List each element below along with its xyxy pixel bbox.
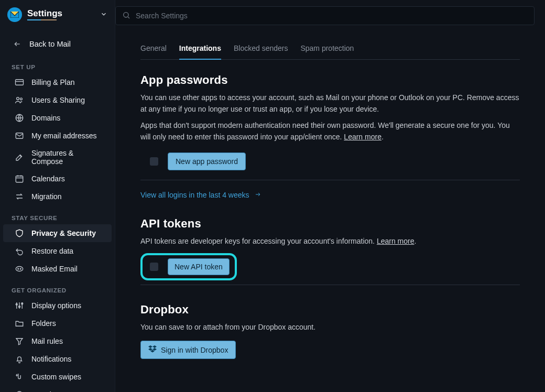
mask-icon [15, 264, 24, 274]
card-icon [15, 78, 24, 87]
tabs: General Integrations Blocked senders Spa… [140, 39, 520, 60]
sidebar-item-signatures[interactable]: Signatures & Compose [3, 145, 112, 170]
sidebar-item-label: Users & Sharing [31, 96, 85, 104]
sidebar-item-notifications[interactable]: Notifications [3, 350, 112, 368]
sidebar-item-display[interactable]: Display options [3, 297, 112, 314]
search-wrap[interactable] [115, 6, 535, 25]
sidebar-item-label: Calendars [31, 175, 65, 183]
sidebar-item-label: My email addresses [31, 132, 97, 140]
sidebar-item-restore[interactable]: Restore data [3, 242, 112, 260]
app-logo-icon [7, 7, 22, 22]
sign-in-dropbox-button[interactable]: Sign in with Dropbox [140, 341, 236, 359]
select-all-checkbox-api[interactable] [150, 263, 158, 271]
app-passwords-desc-2: Apps that don't support modern authentic… [140, 120, 520, 143]
main-content: General Integrations Blocked senders Spa… [115, 0, 545, 392]
api-token-action-wrap: New API token [140, 253, 520, 280]
mail-icon [15, 131, 24, 140]
sidebar-item-privacy[interactable]: Privacy & Security [3, 224, 112, 242]
section-title-api-tokens: API tokens [140, 217, 520, 231]
sidebar-item-label: Domains [31, 114, 60, 122]
tab-general[interactable]: General [140, 39, 167, 59]
sidebar: Settings Back to Mail SET UP Billing & P… [0, 0, 115, 392]
filter-icon [15, 336, 24, 346]
folder-icon [15, 319, 24, 328]
section-label-organized: GET ORGANIZED [0, 283, 115, 297]
api-tokens-desc: API tokens are developer keys for access… [140, 236, 520, 247]
chevron-down-icon[interactable] [100, 10, 107, 19]
learn-more-link-api[interactable]: Learn more [377, 237, 415, 245]
undo-icon [15, 246, 24, 256]
sidebar-item-calendars[interactable]: Calendars [3, 170, 112, 188]
sidebar-item-migration[interactable]: Migration [3, 188, 112, 205]
brand-underline [27, 19, 57, 20]
sidebar-item-label: Masked Email [31, 265, 78, 273]
svg-point-12 [18, 268, 19, 269]
bell-icon [15, 354, 24, 364]
users-icon [15, 95, 24, 105]
sliders-icon [15, 301, 24, 310]
sidebar-item-users[interactable]: Users & Sharing [3, 91, 112, 109]
svg-rect-7 [16, 176, 23, 182]
page-title: Settings [27, 9, 62, 19]
section-title-app-passwords: App passwords [140, 73, 520, 87]
app-passwords-desc-2-text: Apps that don't support modern authentic… [140, 121, 510, 141]
sidebar-item-label: Custom swipes [31, 373, 81, 381]
sidebar-item-label: Mail rules [31, 337, 63, 345]
compose-icon [15, 153, 24, 162]
sidebar-item-label: Billing & Plan [31, 78, 75, 86]
sidebar-item-label: Folders [31, 319, 56, 328]
sidebar-item-addresses[interactable]: My email addresses [3, 127, 112, 145]
sidebar-item-domains[interactable]: Domains [3, 109, 112, 127]
section-label-secure: STAY SECURE [0, 211, 115, 224]
sidebar-item-label: Notifications [31, 355, 71, 363]
sidebar-item-masked[interactable]: Masked Email [3, 260, 112, 278]
dropbox-button-label: Sign in with Dropbox [161, 346, 228, 354]
section-label-setup: SET UP [0, 60, 115, 73]
svg-rect-1 [16, 80, 24, 85]
sidebar-item-label: Restore data [31, 247, 73, 255]
sidebar-item-folders[interactable]: Folders [3, 314, 112, 332]
tab-integrations[interactable]: Integrations [179, 39, 221, 60]
svg-point-22 [124, 12, 128, 17]
back-to-mail-link[interactable]: Back to Mail [0, 27, 115, 60]
new-app-password-button[interactable]: New app password [168, 153, 246, 170]
umbrella-icon [15, 390, 24, 392]
svg-point-11 [16, 267, 23, 271]
sidebar-item-label: Migration [31, 192, 62, 201]
search-icon [122, 11, 130, 21]
shield-icon [15, 228, 24, 238]
svg-line-23 [128, 17, 129, 18]
search-row [115, 0, 545, 25]
svg-point-4 [20, 98, 22, 100]
sidebar-item-label: Privacy & Security [31, 229, 96, 237]
highlighted-control: New API token [140, 253, 237, 280]
sidebar-item-label: Signatures & Compose [31, 149, 104, 166]
svg-point-3 [17, 97, 19, 100]
arrow-left-icon [13, 40, 22, 48]
divider [140, 285, 520, 285]
arrow-right-icon [254, 191, 262, 199]
sidebar-item-label: Display options [31, 301, 81, 310]
section-title-dropbox: Dropbox [140, 303, 520, 317]
brand-title-wrap: Settings [27, 9, 62, 21]
sidebar-item-rules[interactable]: Mail rules [3, 332, 112, 350]
back-label: Back to Mail [29, 40, 71, 48]
sidebar-item-swipes[interactable]: Custom swipes [3, 368, 112, 386]
tab-spam[interactable]: Spam protection [300, 39, 354, 59]
globe-icon [15, 113, 24, 123]
swipe-icon [15, 372, 24, 382]
app-passwords-desc-1: You can use other apps to access your ac… [140, 92, 520, 115]
sidebar-item-billing[interactable]: Billing & Plan [3, 73, 112, 91]
view-logins-label: View all logins in the last 4 weeks [140, 191, 249, 199]
search-input[interactable] [136, 12, 528, 20]
tab-blocked[interactable]: Blocked senders [234, 39, 288, 59]
view-logins-link[interactable]: View all logins in the last 4 weeks [140, 191, 262, 199]
sidebar-item-vacation[interactable]: Vacation response [3, 386, 112, 392]
learn-more-link[interactable]: Learn more [344, 133, 382, 141]
api-tokens-desc-text: API tokens are developer keys for access… [140, 237, 377, 245]
dropbox-icon [148, 345, 157, 354]
select-all-checkbox[interactable] [150, 157, 158, 166]
svg-point-13 [20, 268, 21, 269]
svg-marker-20 [16, 339, 23, 345]
new-api-token-button[interactable]: New API token [168, 258, 230, 275]
